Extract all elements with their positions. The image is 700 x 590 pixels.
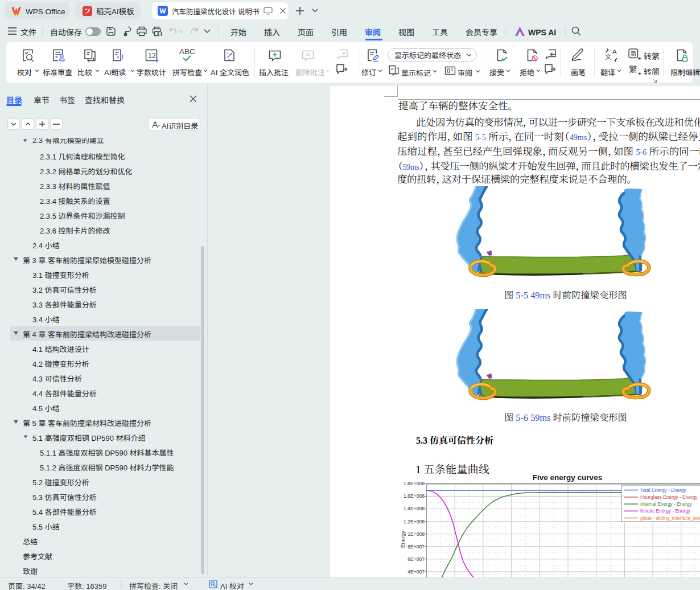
svg-text:1.2E+008: 1.2E+008 [403, 519, 425, 525]
svg-text:文: 文 [605, 52, 612, 61]
svg-text:6E+007: 6E+007 [407, 556, 425, 562]
svg-text:简: 简 [631, 49, 637, 58]
svg-text:1.6E+008: 1.6E+008 [403, 493, 425, 499]
svg-text:4E+007: 4E+007 [407, 569, 425, 575]
svg-text:1E+008: 1E+008 [407, 531, 425, 537]
svg-text:Energy: Energy [400, 531, 406, 548]
svg-text:Internal Energy - Energy: Internal Energy - Energy [640, 501, 693, 507]
svg-text:ABC: ABC [179, 47, 195, 56]
svg-text:1.4E+008: 1.4E+008 [403, 506, 425, 511]
svg-text:8E+007: 8E+007 [407, 544, 425, 550]
svg-text:Kinetic Energy - Energy: Kinetic Energy - Energy [640, 508, 691, 514]
svg-text:Five energy curves: Five energy curves [533, 473, 602, 482]
svg-text:glstat - sliding_interface_ene: glstat - sliding_interface_ene [640, 515, 700, 521]
svg-text:Hourglass Energy - Energy: Hourglass Energy - Energy [640, 494, 698, 500]
svg-text:A: A [612, 48, 617, 55]
svg-text:Total Energy - Energy: Total Energy - Energy [640, 487, 686, 493]
svg-text:繁: 繁 [629, 64, 637, 75]
svg-text:12: 12 [148, 52, 156, 60]
svg-text:1.8E+008: 1.8E+008 [403, 481, 425, 486]
